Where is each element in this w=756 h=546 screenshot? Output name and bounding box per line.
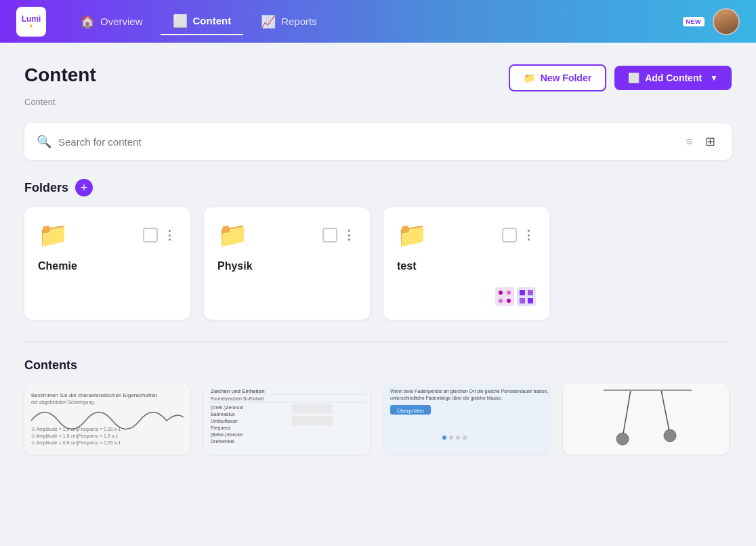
nav-item-content[interactable]: ⬜ Content	[161, 8, 244, 35]
folder-menu-test[interactable]: ⋮	[522, 228, 536, 243]
avatar[interactable]	[713, 8, 740, 35]
thumb-pattern-2	[517, 287, 536, 306]
svg-text:Wenn zwei Fadenpendel an gleic: Wenn zwei Fadenpendel an gleichen Ort di…	[390, 389, 549, 394]
svg-point-2	[507, 291, 511, 295]
content-preview-3: Wenn zwei Fadenpendel an gleichen Ort di…	[383, 383, 549, 455]
svg-text:⊙ Amplitude = 1,6 cm|Frequenz : ⊙ Amplitude = 1,6 cm|Frequenz = 1,5 s-1	[31, 434, 119, 439]
svg-rect-0	[495, 287, 514, 306]
svg-text:Formelzeichen SI-Einheit: Formelzeichen SI-Einheit	[211, 396, 264, 401]
contents-title: Contents	[24, 358, 77, 373]
svg-point-3	[499, 299, 503, 303]
folders-grid: 📁 ⋮ Chemie 📁 ⋮ Physik 📁	[24, 207, 732, 320]
add-content-button[interactable]: ⬜ Add Content ▼	[614, 66, 732, 90]
content-thumb-3: Wenn zwei Fadenpendel an gleichen Ort di…	[383, 383, 549, 455]
folder-checkbox-test[interactable]	[502, 228, 517, 243]
svg-rect-8	[520, 298, 525, 303]
header-actions: 📁 New Folder ⬜ Add Content ▼	[509, 64, 732, 91]
folder-name-chemie: Chemie	[38, 260, 177, 272]
content-icon: ⬜	[173, 14, 188, 28]
new-badge: NEW	[683, 17, 705, 26]
search-icon: 🔍	[37, 134, 51, 149]
add-content-label: Add Content	[645, 72, 702, 83]
list-view-button[interactable]: ≡	[681, 131, 697, 152]
content-preview-4	[563, 383, 729, 455]
logo-text: Lumi ▲	[22, 15, 41, 28]
svg-point-36	[456, 436, 460, 440]
svg-point-35	[449, 436, 453, 440]
svg-text:(Bahn-)Strecke: (Bahn-)Strecke	[211, 432, 243, 438]
content-card-2[interactable]: Zeichen und Einheiten Formelzeichen SI-E…	[204, 383, 370, 455]
svg-rect-38	[563, 383, 729, 455]
svg-text:unterschiedliche Fadenlänge üb: unterschiedliche Fadenlänge über die gle…	[390, 396, 502, 401]
folder-name-physik: Physik	[217, 260, 356, 272]
folder-card-physik: 📁 ⋮ Physik	[204, 207, 370, 320]
svg-rect-6	[520, 290, 525, 295]
nav-right: NEW	[683, 8, 740, 35]
chevron-down-icon: ▼	[710, 73, 718, 83]
home-icon: 🏠	[80, 14, 95, 29]
page-header: Content 📁 New Folder ⬜ Add Content ▼	[24, 64, 732, 91]
nav-items: 🏠 Overview ⬜ Content 📈 Reports	[68, 8, 683, 35]
svg-text:der abgebildeten Schwingung.: der abgebildeten Schwingung.	[31, 400, 95, 405]
page-title: Content	[24, 64, 96, 86]
content-card-1[interactable]: Bestimmen Sie die charakteristischen Eig…	[24, 383, 190, 455]
add-folder-button[interactable]: +	[75, 179, 93, 196]
svg-text:(Dreh-)Zentrum: (Dreh-)Zentrum	[211, 405, 243, 411]
contents-grid: Bestimmen Sie die charakteristischen Eig…	[24, 383, 732, 455]
svg-rect-29	[383, 383, 549, 455]
content-thumb-2: Zeichen und Einheiten Formelzeichen SI-E…	[204, 383, 370, 455]
content-preview-1: Bestimmen Sie die charakteristischen Eig…	[24, 383, 190, 455]
logo[interactable]: Lumi ▲	[16, 7, 46, 37]
content-preview-2: Zeichen und Einheiten Formelzeichen SI-E…	[204, 383, 370, 455]
content-thumb-1: Bestimmen Sie die charakteristischen Eig…	[24, 383, 190, 455]
svg-point-42	[664, 429, 676, 442]
svg-text:Überprüfen: Überprüfen	[397, 408, 424, 414]
content-card-3[interactable]: Wenn zwei Fadenpendel an gleichen Ort di…	[383, 383, 549, 455]
svg-rect-7	[528, 290, 533, 295]
grid-view-icon: ⊞	[705, 135, 715, 148]
breadcrumb: Content	[24, 97, 732, 107]
grid-view-button[interactable]: ⊞	[701, 131, 719, 152]
folders-section-header: Folders +	[24, 179, 732, 196]
folder-menu-chemie[interactable]: ⋮	[163, 228, 177, 243]
content-thumb-4	[563, 383, 729, 455]
folder-icon-physik: 📁	[217, 221, 248, 249]
main-content: Content 📁 New Folder ⬜ Add Content ▼ Con…	[0, 43, 756, 476]
view-toggles: ≡ ⊞	[681, 131, 719, 152]
folder-checkbox-physik[interactable]	[322, 228, 337, 243]
folders-title: Folders	[24, 181, 68, 195]
svg-point-40	[616, 433, 629, 445]
svg-point-4	[507, 299, 511, 303]
folder-card-top-physik: 📁 ⋮	[217, 221, 356, 249]
search-bar: 🔍 ≡ ⊞	[24, 123, 732, 160]
svg-rect-27	[292, 404, 333, 413]
folder-card-top: 📁 ⋮	[38, 221, 177, 249]
nav-item-overview[interactable]: 🏠 Overview	[68, 9, 155, 35]
title-area: Content	[24, 64, 96, 86]
folder-actions-physik: ⋮	[322, 228, 356, 243]
folder-icon-test: 📁	[397, 221, 427, 249]
folder-menu-physik[interactable]: ⋮	[343, 228, 356, 243]
list-view-icon: ≡	[686, 135, 693, 148]
folder-thumbnails-test	[397, 279, 536, 306]
new-folder-button[interactable]: 📁 New Folder	[509, 64, 606, 91]
contents-section-header: Contents	[24, 358, 732, 373]
nav-label-content: Content	[193, 15, 232, 26]
svg-text:⊙ Amplitude = 0,8 cm|Frequenz : ⊙ Amplitude = 0,8 cm|Frequenz = 0,33 s-1	[31, 440, 121, 446]
svg-text:Bahnradius: Bahnradius	[211, 412, 235, 417]
content-card-4[interactable]	[563, 383, 729, 455]
search-input[interactable]	[58, 136, 681, 148]
folder-card-test: 📁 ⋮ test	[383, 207, 549, 320]
svg-point-1	[499, 291, 503, 295]
svg-rect-9	[528, 298, 533, 303]
thumb-pattern-1	[495, 287, 514, 306]
svg-point-34	[442, 436, 446, 440]
folder-icon-chemie: 📁	[38, 221, 68, 249]
new-folder-label: New Folder	[541, 72, 591, 83]
avatar-image	[714, 9, 738, 34]
svg-text:⊙ Amplitude = 1,6 cm|Frequenz : ⊙ Amplitude = 1,6 cm|Frequenz = 0,33 s-1	[31, 427, 121, 432]
svg-text:Frequenz: Frequenz	[211, 425, 231, 431]
nav-item-reports[interactable]: 📈 Reports	[249, 9, 329, 35]
folder-actions: ⋮	[143, 228, 177, 243]
folder-checkbox-chemie[interactable]	[143, 228, 158, 243]
